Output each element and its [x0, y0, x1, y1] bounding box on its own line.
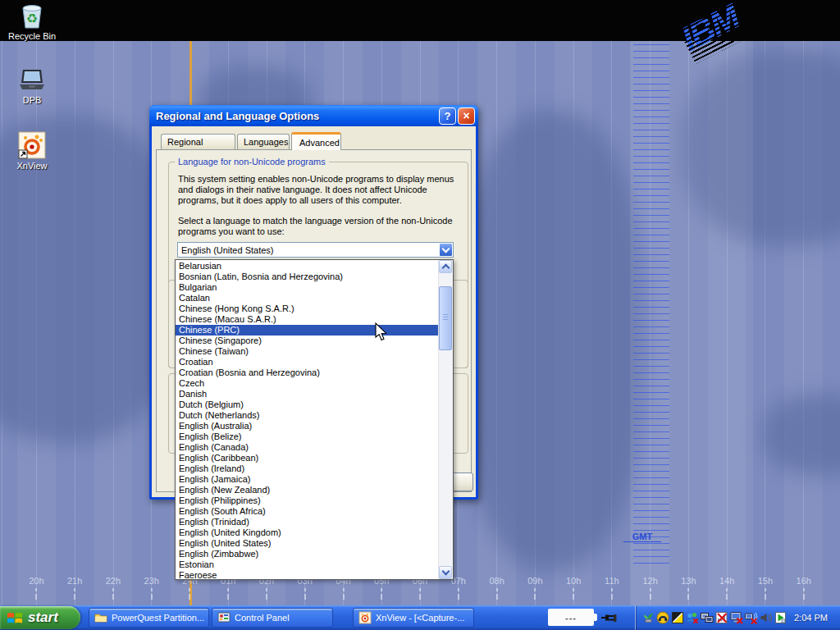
chevron-down-icon	[441, 568, 450, 576]
list-scrollbar[interactable]	[438, 260, 453, 579]
language-option[interactable]: English (Jamaica)	[176, 474, 438, 485]
scroll-down-button[interactable]	[439, 566, 452, 579]
scroll-up-button[interactable]	[439, 260, 452, 273]
scrollbar-thumb[interactable]	[439, 286, 452, 350]
combobox-value: English (United States)	[178, 245, 439, 255]
users-offline-icon[interactable]	[686, 611, 699, 624]
language-option[interactable]: Dutch (Netherlands)	[176, 410, 438, 421]
volume-icon[interactable]	[760, 611, 773, 624]
language-option[interactable]: English (Caribbean)	[176, 453, 438, 463]
chevron-down-icon	[442, 244, 450, 253]
hour-label: 13h	[669, 576, 708, 586]
language-option[interactable]: Croatian (Bosnia and Herzegovina)	[176, 368, 438, 378]
xnview-icon	[18, 131, 46, 159]
hour-tick	[56, 588, 94, 600]
phone-icon[interactable]	[656, 611, 669, 624]
ac-plug-icon	[600, 611, 618, 625]
system-tray: 2:04 PM	[635, 605, 840, 630]
window-titlebar[interactable]: Regional and Language Options ? ×	[149, 105, 478, 126]
help-button[interactable]: ?	[439, 107, 456, 125]
hour-tick	[555, 588, 593, 600]
start-button[interactable]: start	[0, 606, 80, 629]
network-computers-icon[interactable]	[701, 611, 714, 624]
gmt-label: GMT	[623, 532, 661, 542]
hour-label: 23h	[132, 576, 171, 586]
desktop-icon-xnview[interactable]: XnView	[4, 131, 60, 171]
wallpaper-top-band: IBM	[0, 0, 840, 41]
task-button-powerquest[interactable]: PowerQuest Partition...	[89, 608, 209, 628]
language-option[interactable]: Czech	[176, 378, 438, 389]
taskbar: start PowerQuest Partition... Control Pa…	[0, 605, 840, 630]
language-option[interactable]: English (Australia)	[176, 421, 438, 431]
tab-languages[interactable]: Languages	[237, 134, 290, 149]
recycle-bin-icon: ♻	[18, 3, 46, 30]
language-option[interactable]: English (Belize)	[176, 431, 438, 442]
laptop-icon	[17, 67, 47, 94]
language-option[interactable]: English (Ireland)	[176, 463, 438, 474]
language-option[interactable]: Chinese (Taiwan)	[176, 346, 438, 357]
language-option[interactable]: Estonian	[176, 559, 438, 570]
hour-tick	[17, 588, 56, 600]
display-offline-icon[interactable]	[745, 611, 758, 624]
chevron-up-icon	[441, 264, 450, 272]
icon-label: XnView	[16, 161, 47, 171]
language-option[interactable]: Bulgarian	[176, 282, 438, 293]
language-option[interactable]: Catalan	[176, 293, 438, 304]
hour-tick	[516, 588, 555, 600]
desktop-icon-dpb[interactable]: DPB	[4, 67, 60, 105]
xnview-icon	[358, 611, 372, 624]
map-continent-australia	[763, 394, 840, 476]
language-option[interactable]: English (Trinidad)	[176, 517, 438, 527]
hour-tick	[631, 588, 669, 600]
language-option[interactable]: Bosnian (Latin, Bosnia and Herzegovina)	[176, 272, 438, 282]
task-label: PowerQuest Partition...	[112, 613, 204, 623]
close-button[interactable]: ×	[458, 107, 475, 125]
hour-tick	[708, 588, 746, 600]
start-label: start	[28, 609, 58, 626]
hour-label: 10h	[555, 576, 593, 586]
language-option[interactable]: English (Canada)	[176, 442, 438, 453]
hour-tick	[132, 588, 171, 600]
tab-regional-options[interactable]: Regional Options	[161, 134, 235, 149]
desktop-icon-recycle-bin[interactable]: ♻ Recycle Bin	[4, 3, 60, 41]
language-option[interactable]: Chinese (PRC)	[176, 325, 438, 336]
language-option[interactable]: English (Philippines)	[176, 495, 438, 506]
language-option[interactable]: Dutch (Belgium)	[176, 399, 438, 410]
battery-meter-deskband[interactable]: ---	[548, 609, 594, 626]
svg-text:♻: ♻	[26, 11, 38, 25]
language-option[interactable]: Chinese (Hong Kong S.A.R.)	[176, 304, 438, 314]
tab-advanced[interactable]: Advanced	[291, 132, 341, 150]
description-text: This system setting enables non-Unicode …	[178, 174, 467, 206]
map-continent-eurafrica	[455, 111, 648, 570]
language-option[interactable]: English (Zimbabwe)	[176, 549, 438, 559]
hour-tick	[324, 588, 363, 600]
task-button-control-panel[interactable]: Control Panel	[212, 608, 333, 628]
power-scheme-icon[interactable]	[671, 611, 684, 624]
removable-hardware-icon[interactable]	[774, 611, 788, 624]
desktop: GMT 20h21h22h23h24h01h02h03h04h05h06h07h…	[0, 0, 840, 630]
task-button-xnview[interactable]: XnView - [<Capture-...	[353, 608, 474, 628]
plant-icon[interactable]	[641, 611, 655, 624]
language-option[interactable]: English (South Africa)	[176, 506, 438, 517]
language-option[interactable]: English (New Zealand)	[176, 485, 438, 495]
language-option[interactable]: English (United States)	[176, 538, 438, 549]
language-option[interactable]: Belarusian	[176, 261, 438, 272]
timezone-ticks	[17, 588, 823, 600]
hour-label: 20h	[17, 576, 56, 586]
language-options: BelarusianBosnian (Latin, Bosnia and Her…	[176, 260, 438, 579]
language-combobox[interactable]: English (United States)	[177, 242, 454, 258]
computer-offline-icon[interactable]	[730, 611, 743, 624]
hour-label: 12h	[631, 576, 669, 586]
language-option[interactable]: Chinese (Macau S.A.R.)	[176, 314, 438, 325]
language-option[interactable]: Croatian	[176, 357, 438, 368]
signal-disabled-icon[interactable]	[715, 611, 728, 624]
windows-flag-icon	[7, 610, 23, 625]
language-option[interactable]: Danish	[176, 389, 438, 399]
combobox-dropdown-button[interactable]	[439, 243, 453, 257]
language-option[interactable]: English (United Kingdom)	[176, 527, 438, 538]
taskbar-clock[interactable]: 2:04 PM	[794, 613, 828, 623]
hour-label: 08h	[477, 576, 516, 586]
language-option[interactable]: Chinese (Singapore)	[176, 336, 438, 346]
language-option[interactable]: Faeroese	[176, 570, 438, 579]
hour-tick	[209, 588, 248, 600]
